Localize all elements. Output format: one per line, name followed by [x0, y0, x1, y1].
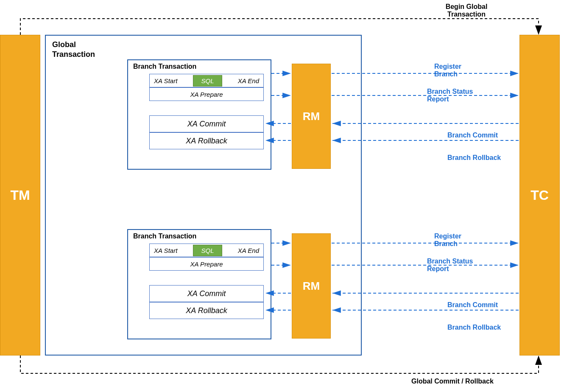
xa-prepare-row: XA Prepare — [149, 87, 264, 101]
rm-box-1: RM — [292, 64, 331, 169]
begin-global-label: Begin Global Transaction — [424, 3, 509, 18]
xa-start-label: XA Start — [154, 77, 177, 84]
tm-box: TM — [0, 35, 40, 356]
sql-box: SQL — [193, 75, 222, 87]
xa-start-label: XA Start — [154, 247, 177, 254]
xa-prepare-row: XA Prepare — [149, 257, 264, 271]
global-transaction-title: Global Transaction — [52, 40, 95, 60]
xa-end-label: XA End — [238, 247, 259, 254]
branch-transaction-label: Branch Transaction — [133, 63, 196, 70]
branch-status-report-label: Branch Status Report — [427, 88, 473, 103]
xa-end-label: XA End — [238, 77, 259, 84]
xa-start-end-row: XA Start SQL XA End — [149, 74, 264, 87]
branch-rollback-label: Branch Rollback — [447, 154, 501, 162]
xa-rollback-row: XA Rollback — [149, 132, 264, 149]
tc-box: TC — [519, 35, 560, 356]
register-branch-label-2: Register Branch — [434, 232, 461, 248]
branch-transaction-2: Branch Transaction XA Start SQL XA End X… — [127, 229, 271, 339]
rm-label: RM — [303, 110, 320, 123]
xa-start-end-row: XA Start SQL XA End — [149, 244, 264, 257]
branch-transaction-label: Branch Transaction — [133, 232, 196, 240]
branch-commit-label: Branch Commit — [447, 132, 498, 139]
xa-commit-row: XA Commit — [149, 115, 264, 132]
sql-box: SQL — [193, 245, 222, 256]
branch-status-report-label-2: Branch Status Report — [427, 258, 473, 273]
rm-label: RM — [303, 280, 320, 293]
register-branch-label: Register Branch — [434, 63, 461, 78]
branch-commit-label-2: Branch Commit — [447, 301, 498, 309]
tc-label: TC — [530, 188, 549, 203]
global-commit-rollback-label: Global Commit / Rollback — [411, 378, 494, 385]
xa-rollback-row: XA Rollback — [149, 302, 264, 319]
tm-label: TM — [10, 188, 30, 203]
branch-transaction-1: Branch Transaction XA Start SQL XA End X… — [127, 59, 271, 170]
branch-rollback-label-2: Branch Rollback — [447, 324, 501, 331]
rm-box-2: RM — [292, 233, 331, 339]
xa-commit-row: XA Commit — [149, 285, 264, 302]
